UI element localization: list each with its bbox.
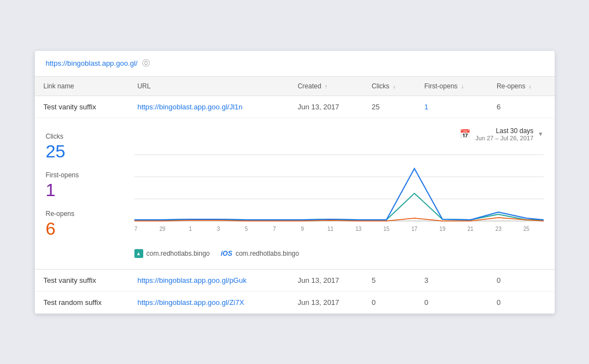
- svg-text:23: 23: [495, 225, 501, 231]
- row1-url[interactable]: https://bingoblast.app.goo.gl/Jl1n: [128, 96, 289, 118]
- svg-text:15: 15: [383, 225, 389, 231]
- col-url: URL: [128, 77, 289, 96]
- svg-text:9: 9: [301, 225, 304, 231]
- android-icon: ▲: [136, 251, 141, 256]
- ios-legend-label: com.redhotlabs.bingo: [236, 250, 299, 257]
- card-header: https://bingoblast.app.goo.gl/ ⓪: [35, 51, 555, 77]
- col-clicks[interactable]: Clicks ↓: [363, 77, 415, 96]
- row3-clicks: 0: [363, 291, 415, 313]
- row2-link-name: Test vanity suffix: [35, 269, 129, 291]
- table-row[interactable]: Test vanity suffix https://bingoblast.ap…: [35, 269, 555, 291]
- svg-text:13: 13: [355, 225, 361, 231]
- svg-text:21: 21: [467, 225, 473, 231]
- svg-text:19: 19: [439, 225, 445, 231]
- links-table: Link name URL Created ↑ Clicks ↓ First-o…: [35, 77, 555, 314]
- row1-link-name: Test vanity suffix: [35, 96, 129, 118]
- row2-created: Jun 13, 2017: [289, 269, 363, 291]
- row2-first-opens: 3: [415, 269, 488, 291]
- re-opens-stat: Re-opens 6: [46, 210, 134, 238]
- clicks-stat: Clicks 25: [46, 133, 134, 160]
- col-re-opens[interactable]: Re-opens ↓: [488, 77, 555, 96]
- ios-legend-item: iOS com.redhotlabs.bingo: [221, 249, 299, 258]
- table-row[interactable]: Test random suffix https://bingoblast.ap…: [35, 291, 555, 313]
- header-url[interactable]: https://bingoblast.app.goo.gl/: [46, 59, 138, 67]
- table-row[interactable]: Test vanity suffix https://bingoblast.ap…: [35, 96, 555, 118]
- row1-first-opens[interactable]: 1: [415, 96, 488, 118]
- expanded-content: Clicks 25 First-opens 1 Re-opens 6: [46, 127, 544, 258]
- first-opens-value: 1: [46, 181, 134, 199]
- row1-re-opens: 6: [488, 96, 555, 118]
- col-first-opens[interactable]: First-opens ↓: [415, 77, 488, 96]
- row1-created: Jun 13, 2017: [289, 96, 363, 118]
- android-legend-item: ▲ com.redhotlabs.bingo: [134, 249, 210, 258]
- table-header-row: Link name URL Created ↑ Clicks ↓ First-o…: [35, 77, 555, 96]
- svg-text:11: 11: [327, 225, 333, 231]
- expanded-row: 📅 Last 30 days Jun 27 – Jul 26, 2017 ▼: [35, 118, 555, 269]
- svg-text:25: 25: [523, 225, 529, 231]
- created-sort-arrow: ↑: [325, 83, 327, 89]
- clicks-value: 25: [46, 143, 134, 160]
- expanded-panel: 📅 Last 30 days Jun 27 – Jul 26, 2017 ▼: [35, 118, 555, 269]
- svg-text:5: 5: [244, 225, 248, 231]
- row3-created: Jun 13, 2017: [289, 291, 363, 313]
- clicks-label: Clicks: [46, 133, 134, 140]
- re-opens-label: Re-opens: [46, 210, 134, 218]
- ios-label-prefix: iOS: [221, 250, 232, 257]
- re-opens-value: 6: [46, 220, 134, 238]
- row1-clicks: 25: [363, 96, 415, 118]
- svg-text:17: 17: [411, 225, 417, 231]
- re-opens-sort-arrow: ↓: [529, 83, 531, 89]
- first-opens-sort-arrow: ↓: [461, 83, 464, 89]
- help-icon[interactable]: ⓪: [142, 59, 150, 68]
- row3-link-name: Test random suffix: [35, 291, 129, 313]
- row3-url[interactable]: https://bingoblast.app.goo.gl/Zi7X: [128, 291, 289, 313]
- svg-text:3: 3: [217, 225, 220, 231]
- chart-container: 0 9 18 27 36: [134, 127, 544, 258]
- svg-text:1: 1: [189, 225, 191, 231]
- row2-clicks: 5: [363, 269, 415, 291]
- chart-legend: ▲ com.redhotlabs.bingo iOS com.redhotlab…: [134, 249, 544, 258]
- android-legend-label: com.redhotlabs.bingo: [147, 250, 210, 257]
- row3-re-opens: 0: [488, 291, 555, 313]
- svg-text:27: 27: [134, 225, 137, 231]
- android-legend-dot: ▲: [134, 249, 143, 258]
- svg-text:29: 29: [159, 225, 165, 231]
- main-card: https://bingoblast.app.goo.gl/ ⓪ Link na…: [35, 51, 555, 314]
- row2-re-opens: 0: [488, 269, 555, 291]
- clicks-sort-arrow: ↓: [393, 83, 395, 89]
- row2-url[interactable]: https://bingoblast.app.goo.gl/pGuk: [128, 269, 289, 291]
- first-opens-stat: First-opens 1: [46, 171, 134, 199]
- col-created[interactable]: Created ↑: [289, 77, 363, 96]
- row3-first-opens: 0: [415, 291, 488, 313]
- svg-text:7: 7: [273, 225, 275, 231]
- col-link-name: Link name: [35, 77, 129, 96]
- stats-sidebar: Clicks 25 First-opens 1 Re-opens 6: [46, 127, 134, 258]
- chart-svg: 0 9 18 27 36: [134, 133, 544, 243]
- first-opens-label: First-opens: [46, 171, 134, 179]
